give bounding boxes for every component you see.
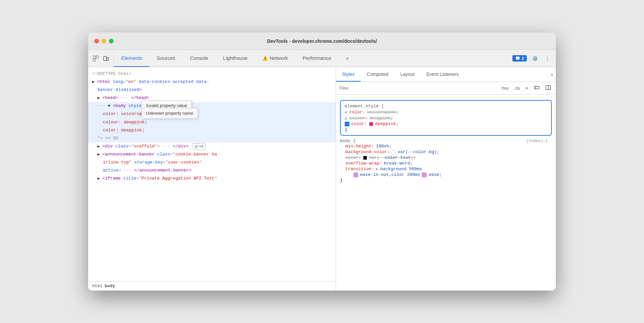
close-button[interactable] [94, 39, 99, 43]
more-style-tabs-icon: » [551, 72, 553, 77]
tab-console-label: Console [190, 55, 208, 61]
prop-min-height: min-height: [345, 144, 374, 149]
chat-badge[interactable]: 💬 2 [512, 55, 527, 62]
dom-line: color: deeppink; [88, 126, 336, 134]
dom-line: ▶ <div class="scaffold"> ··· </div> grid [88, 142, 336, 150]
tab-network-label: Network [270, 55, 288, 61]
checkbox-icon[interactable]: ✓ [345, 122, 349, 126]
hov-button[interactable]: :hov [500, 85, 510, 91]
tab-elements-label: Elements [121, 55, 142, 61]
css-prop-1: color: [349, 110, 365, 115]
prop-overflow: overflow-wrap: [345, 161, 382, 166]
settings-button[interactable]: ⚙️ [530, 55, 540, 63]
tabs: Elements Sources Console Lighthouse ⚠️ N… [114, 50, 508, 67]
val-color-body: var(--color-text); [369, 155, 416, 160]
tooltip-unknown-property: Unknown property name [142, 108, 198, 119]
tab-layout[interactable]: Layout [394, 67, 421, 82]
close-brace: } [345, 127, 347, 132]
svg-rect-7 [546, 86, 550, 90]
elements-content[interactable]: <!DOCTYPE html> ▶ <html lang="en" data-c… [88, 67, 336, 281]
val-bgcolor: var(--color-bg); [398, 149, 440, 154]
tab-network[interactable]: ⚠️ Network [255, 50, 295, 67]
svg-rect-1 [96, 56, 99, 58]
transition-arrow[interactable]: ▶ [376, 167, 378, 171]
css-prop-line-1: ⚠️ color: unicornpink; [345, 109, 547, 115]
styles-panel: Styles Computed Layout Event Listeners » [336, 67, 556, 291]
styles-tabs: Styles Computed Layout Event Listeners » [336, 67, 556, 82]
device-icon[interactable] [102, 55, 110, 62]
filter-input[interactable] [339, 86, 497, 91]
dom-line: banner-dismissed> [88, 86, 336, 94]
tab-console[interactable]: Console [183, 50, 216, 67]
dom-line: <!DOCTYPE html> [88, 70, 336, 78]
tab-more[interactable]: » [339, 50, 356, 67]
more-tabs-icon: » [346, 55, 349, 61]
body-prop-color: color: var(--color-text); [340, 155, 552, 160]
devtools-container: Elements Sources Console Lighthouse ⚠️ N… [88, 50, 556, 291]
window-title: DevTools - developer.chrome.com/docs/dev… [267, 38, 377, 44]
maximize-button[interactable] [109, 39, 114, 43]
chat-count: 2 [522, 56, 524, 61]
body-prop-bgcolor: background-color: var(--color-bg); [340, 149, 552, 155]
color-swatch-white[interactable] [392, 150, 396, 154]
breadcrumb-body[interactable]: body [105, 284, 115, 289]
bezier-icon-2[interactable]: ◟ [422, 173, 427, 177]
dom-line: color: unicornpink; [88, 110, 336, 118]
tab-computed[interactable]: Computed [361, 67, 394, 82]
element-style-box: element.style { ⚠️ color: unicornpink; ⚠… [340, 100, 552, 136]
color-swatch-black[interactable] [363, 156, 367, 160]
titlebar: DevTools - developer.chrome.com/docs/dev… [88, 32, 556, 50]
color-swatch-deeppink[interactable] [369, 122, 373, 126]
minimize-button[interactable] [102, 39, 106, 43]
tab-lighthouse[interactable]: Lighthouse [216, 50, 255, 67]
body-selector: body { [340, 138, 356, 143]
toggle-sidebar-icon[interactable] [544, 84, 552, 92]
toolbar: Elements Sources Console Lighthouse ⚠️ N… [88, 50, 556, 67]
prop-transition: transition: [345, 167, 374, 172]
dom-line-body: ··· ▼ <body style=" Invalid property val… [88, 102, 336, 110]
tab-styles-label: Styles [342, 72, 355, 77]
prop-bgcolor: background-color: [345, 149, 390, 154]
dom-line: irline-top" storage-key="user-cookies" [88, 158, 336, 167]
elements-panel: <!DOCTYPE html> ▶ <html lang="en" data-c… [88, 67, 336, 291]
tab-sources[interactable]: Sources [150, 50, 183, 67]
css-prop-line-2: ⚠️ colour: deeppink; [345, 115, 547, 121]
chat-icon: 💬 [515, 56, 520, 61]
body-rule: body { (index):1 min-height: 100vh; back… [336, 138, 556, 183]
val-transition: background 500ms [380, 167, 422, 172]
force-element-state-icon[interactable] [532, 84, 541, 92]
network-warning-icon: ⚠️ [262, 56, 268, 61]
tab-styles[interactable]: Styles [336, 67, 361, 82]
body-prop-minheight: min-height: 100vh; [340, 143, 552, 149]
more-options-icon: ⋮ [545, 56, 550, 61]
dom-line: active> ··· </announcement-banner> [88, 167, 336, 175]
svg-rect-5 [534, 86, 539, 89]
inspect-icon[interactable] [92, 55, 100, 62]
add-style-button[interactable]: + [524, 85, 530, 92]
tab-performance[interactable]: Performance [295, 50, 339, 67]
css-selector-line: element.style { [345, 103, 547, 109]
body-prop-overflow: overflow-wrap: break-word; [340, 160, 552, 166]
warning-icon-1: ⚠️ [345, 109, 347, 115]
css-val-2: deeppink; [369, 116, 393, 121]
tab-event-listeners[interactable]: Event Listeners [421, 67, 465, 82]
svg-rect-2 [93, 59, 96, 61]
dom-line: ▶ <iframe title="Private Aggregation API… [88, 175, 336, 183]
breadcrumb-html[interactable]: html [92, 284, 103, 289]
val-ease: ease-in-out,color 200ms [360, 172, 420, 177]
cls-button[interactable]: .cls [513, 85, 521, 91]
tab-elements[interactable]: Elements [114, 50, 150, 67]
bezier-icon-1[interactable]: ◟ [353, 173, 358, 177]
dom-line: ▶ <head> ··· </head> [88, 94, 336, 102]
style-tabs-right: » [551, 67, 556, 82]
css-selector: element.style { [345, 104, 384, 109]
val-min-height: 100vh; [376, 144, 392, 149]
tab-layout-label: Layout [400, 72, 415, 77]
filter-buttons: :hov .cls + [500, 84, 552, 92]
css-val-3: deeppink; [375, 121, 398, 126]
main-content: <!DOCTYPE html> ▶ <html lang="en" data-c… [88, 67, 556, 291]
more-options-button[interactable]: ⋮ [543, 55, 552, 63]
tab-event-listeners-label: Event Listeners [427, 72, 459, 77]
body-close-brace: } [340, 178, 552, 183]
css-val-1: unicornpink; [367, 110, 398, 115]
